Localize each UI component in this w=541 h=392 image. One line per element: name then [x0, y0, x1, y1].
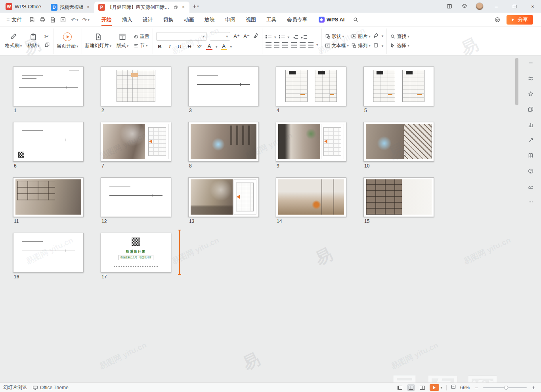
slide-thumbnail-image[interactable]: 联盟设计库微信搜索公众号：联盟设计库 [101, 233, 171, 272]
ribbon-tab-3[interactable]: 设计 [138, 13, 158, 26]
slide-thumbnail[interactable]: 6 [13, 122, 84, 169]
theme-indicator[interactable]: Office Theme [32, 385, 69, 390]
select-button[interactable]: 选择▾ [390, 42, 409, 49]
zoom-out-button[interactable]: − [474, 384, 479, 391]
maximize-button[interactable] [506, 0, 523, 13]
split-window-icon[interactable] [443, 0, 456, 13]
slide-thumbnail[interactable]: 15 [363, 177, 434, 224]
slide-thumbnail[interactable]: 2 [101, 67, 171, 113]
skin-settings-icon[interactable] [458, 0, 471, 13]
copy-style-icon[interactable] [527, 106, 534, 113]
slide-thumbnail[interactable]: 7 [101, 122, 171, 169]
highlight-color-button[interactable]: A [220, 43, 227, 50]
zoom-slider[interactable] [483, 387, 527, 388]
slide-thumbnail-image[interactable] [363, 177, 434, 217]
align-right-icon[interactable] [282, 42, 288, 48]
ribbon-tab-1[interactable]: 开始 [97, 13, 117, 26]
scrollbar-thumb[interactable] [515, 58, 518, 105]
tools-icon[interactable] [527, 137, 534, 144]
reading-view-button[interactable] [419, 384, 426, 391]
slide-thumbnail-image[interactable] [101, 67, 171, 106]
wps-home-tab[interactable]: W WPS Office [0, 0, 47, 13]
normal-view-button[interactable] [396, 384, 403, 391]
font-color-button[interactable]: A [206, 43, 213, 50]
new-tab-button[interactable]: + [193, 3, 196, 10]
undo-icon[interactable]: ↶ [71, 17, 76, 23]
tab-list-caret-icon[interactable]: ▾ [197, 4, 199, 8]
decrease-indent-icon[interactable] [292, 35, 298, 40]
slide-thumbnail[interactable]: 12 [101, 177, 171, 224]
slide-thumbnail[interactable]: 9 [276, 122, 346, 169]
increase-indent-icon[interactable] [301, 35, 307, 40]
wps-ai-button[interactable]: WPS AI [315, 17, 348, 23]
find-button[interactable]: 查找▾ [390, 33, 409, 40]
slideshow-button[interactable]: ▾ [430, 384, 442, 391]
justify-icon[interactable] [291, 42, 297, 48]
align-left-icon[interactable] [266, 42, 271, 48]
close-tab-icon[interactable]: × [86, 4, 90, 10]
popout-tab-icon[interactable] [173, 1, 179, 13]
slide-thumbnail-image[interactable] [101, 177, 171, 217]
ribbon-tab-4[interactable]: 切换 [159, 13, 178, 26]
arrange-button[interactable]: 排列▾ [351, 42, 371, 49]
highlight-caret-icon[interactable]: ▾ [230, 45, 232, 49]
slide-thumbnail-image[interactable] [13, 177, 84, 217]
output-icon[interactable] [60, 17, 66, 23]
collapse-pane-icon[interactable] [527, 59, 534, 67]
slide-thumbnail-image[interactable] [188, 122, 259, 162]
fill-color-icon[interactable] [373, 32, 379, 40]
font-color-caret-icon[interactable]: ▾ [216, 45, 218, 49]
undo-caret-icon[interactable]: ▾ [76, 18, 78, 22]
cut-icon[interactable]: ✂ [44, 33, 50, 40]
feedback-smiley-icon[interactable] [493, 13, 502, 26]
zoom-level[interactable]: 66% [460, 385, 470, 390]
decrease-font-icon[interactable]: A⁻ [243, 33, 250, 39]
more-options-icon[interactable] [527, 198, 534, 206]
copy-icon[interactable] [44, 42, 50, 49]
redo-icon[interactable]: ↷ [82, 17, 87, 23]
ribbon-tab-9[interactable]: 工具 [262, 13, 281, 26]
slide-thumbnail[interactable]: 16 [13, 233, 84, 280]
slide-thumbnail[interactable]: 5 [363, 67, 434, 113]
close-window-button[interactable]: × [524, 0, 541, 13]
account-avatar[interactable] [473, 0, 486, 13]
slide-thumbnail-image[interactable] [188, 67, 259, 106]
shapes-button[interactable]: 形状▾ [325, 33, 344, 40]
slide-thumbnail-image[interactable] [101, 122, 171, 162]
paste-button[interactable]: 粘贴▾ [25, 29, 42, 53]
bullet-list-icon[interactable] [266, 35, 271, 40]
numbered-list-icon[interactable] [279, 35, 285, 40]
align-center-icon[interactable] [274, 42, 279, 48]
slide-thumbnail[interactable]: 3 [188, 67, 259, 113]
play-from-current-button[interactable]: 当页开始▾ [57, 29, 78, 53]
slide-thumbnail[interactable]: 13 [188, 177, 259, 224]
slide-thumbnail-image[interactable] [13, 122, 84, 162]
strikethrough-button[interactable]: S [186, 44, 193, 49]
superscript-button[interactable]: X² [196, 44, 203, 49]
slide-thumbnail-image[interactable] [188, 177, 259, 217]
reset-button[interactable]: 重置 [134, 33, 149, 40]
ribbon-tab-6[interactable]: 放映 [200, 13, 220, 26]
search-icon[interactable] [351, 13, 360, 26]
slide-thumbnail-image[interactable] [363, 67, 434, 106]
slide-thumbnail[interactable]: 11 [13, 177, 84, 224]
slide-thumbnail[interactable]: 8 [188, 122, 259, 169]
underline-button[interactable]: U [176, 44, 183, 49]
slide-thumbnail[interactable]: 14 [276, 177, 346, 224]
print-preview-icon[interactable] [50, 17, 56, 23]
help-icon[interactable] [527, 167, 534, 175]
chart-tools-icon[interactable] [527, 121, 534, 128]
ribbon-tab-10[interactable]: 会员专享 [282, 13, 312, 26]
font-name-select[interactable]: ▾ [156, 32, 207, 41]
close-tab-icon[interactable]: × [181, 4, 185, 10]
ribbon-tab-8[interactable]: 视图 [241, 13, 261, 26]
slide-thumbnail[interactable]: 联盟设计库微信搜索公众号：联盟设计库 17 [101, 233, 171, 280]
slide-thumbnail[interactable]: 10 [363, 122, 434, 169]
slide-sorter-area[interactable]: 易图网 1 2 3 4 5 6 7 8 9 10 11 12 13 [0, 55, 541, 382]
print-icon[interactable] [39, 17, 46, 23]
adjust-settings-icon[interactable] [527, 75, 534, 82]
redo-caret-icon[interactable]: ▾ [88, 18, 90, 22]
slide-thumbnail[interactable]: 1 [13, 67, 84, 113]
bold-button[interactable]: B [156, 44, 163, 49]
distribute-icon[interactable] [300, 42, 306, 48]
